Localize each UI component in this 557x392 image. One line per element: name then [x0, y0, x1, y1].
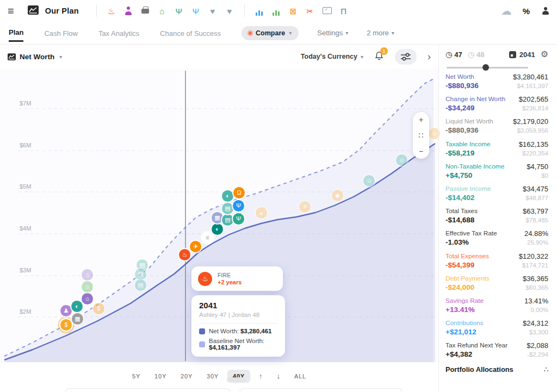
milestone-layers[interactable]: ≡ — [202, 232, 213, 244]
fire-milestone-tooltip: ♨ FIRE +2 years — [191, 266, 283, 291]
milestone-travel[interactable]: ✈ — [190, 241, 201, 252]
series-swatch — [199, 328, 205, 334]
panel-row-non-taxable-income[interactable]: Non-Taxable Income +$4,750 $4,750 $0 — [445, 163, 548, 185]
below-fold-card — [65, 388, 231, 392]
compare-button[interactable]: Compare ▾ — [242, 26, 299, 40]
metric-value: $24,312 — [523, 319, 548, 327]
zoom-out-button[interactable]: − — [419, 147, 423, 155]
milestone-flower[interactable]: ✳ — [299, 201, 311, 213]
time-range-5y[interactable]: 5Y — [127, 370, 146, 383]
time-range-20y[interactable]: 20Y — [175, 370, 198, 383]
panel-row-change-in-net-worth[interactable]: Change in Net Worth -$34,249 $202,565 $2… — [445, 95, 548, 117]
milestone-cash[interactable]: $ — [60, 319, 72, 331]
panel-row-savings-rate[interactable]: Savings Rate +13.41% 13.41% 0.00% — [445, 297, 548, 319]
milestone-grad[interactable]: ▴ — [256, 207, 267, 219]
time-range-30y[interactable]: 30Y — [201, 370, 224, 383]
menu-icon[interactable]: ≡ — [8, 5, 14, 16]
panel-row-taxable-income[interactable]: Taxable Income -$58,219 $162,135 $220,35… — [445, 140, 548, 163]
slider-thumb[interactable] — [482, 64, 489, 71]
milestone-palm-blue[interactable]: Ψ — [233, 200, 244, 211]
panel-row-total-taxes[interactable]: Total Taxes -$14,688 $63,797 $78,485 — [445, 207, 548, 229]
milestone-palm-green[interactable]: Ψ — [233, 213, 244, 225]
age-clock-icon: ◷ — [468, 50, 474, 59]
milestone-building-3[interactable]: ▤ — [135, 279, 146, 291]
bank-icon[interactable]: Π — [339, 6, 349, 16]
account-avatar-icon[interactable] — [541, 7, 549, 15]
deduction-icon[interactable]: ⊠ — [288, 6, 298, 16]
person-icon[interactable] — [123, 6, 133, 16]
milestone-fire[interactable]: ♨ — [179, 249, 190, 260]
drag-handle[interactable] — [227, 377, 245, 382]
metric-selector[interactable]: Net Worth ▾ — [8, 53, 62, 61]
milestone-building-2[interactable]: ▤ — [135, 269, 146, 280]
cloud-sync-icon[interactable]: ☁✓ — [501, 5, 512, 16]
chevron-right-icon[interactable]: › — [428, 52, 431, 61]
panel-row-total-expenses[interactable]: Total Expenses -$54,399 $120,322 $174,72… — [445, 252, 548, 275]
panel-row-contributions[interactable]: Contributions +$21,012 $24,312 $3,300 — [445, 319, 548, 341]
metric-delta: -$24,000 — [445, 283, 490, 291]
metric-label: Non-Taxable Income — [445, 163, 504, 170]
time-range-10y[interactable]: 10Y — [149, 370, 172, 383]
chart-green-icon[interactable] — [271, 6, 281, 16]
compare-label: Compare — [256, 29, 285, 37]
milestone-box[interactable]: ▦ — [72, 313, 83, 325]
settings-menu[interactable]: Settings ▾ — [317, 29, 348, 37]
compare-target-icon — [249, 32, 252, 35]
scissors-icon[interactable]: ✂ — [305, 6, 315, 16]
zoom-fit-button[interactable]: ∷ — [419, 132, 424, 139]
milestone-briefcase[interactable]: ▦ — [212, 212, 223, 223]
milestone-ledger-1[interactable]: ▤ — [222, 214, 233, 226]
heart-pulse-icon-2[interactable]: ♥ — [225, 6, 234, 16]
tax-rates-icon[interactable]: % — [523, 7, 530, 16]
tab-tax-analytics[interactable]: Tax Analytics — [98, 25, 139, 41]
milestone-home[interactable]: ⌂ — [82, 293, 93, 304]
tab-cash-flow[interactable]: Cash Flow — [44, 25, 77, 41]
milestone-person[interactable]: ♟ — [60, 305, 72, 316]
gear-icon[interactable]: ⚙ — [541, 50, 548, 59]
tab-chance-of-success[interactable]: Chance of Success — [160, 25, 221, 41]
shift-later-button[interactable]: ↓ — [271, 369, 286, 383]
palm-blue-icon[interactable]: Ψ — [191, 6, 201, 16]
milestone-contrast-2[interactable]: ◐ — [212, 223, 223, 235]
panel-row-net-worth[interactable]: Net Worth -$880,936 $3,280,461 $4,161,39… — [445, 73, 548, 95]
metric-label: Change in Net Worth — [445, 95, 505, 103]
more-tabs-menu[interactable]: 2 more ▾ — [367, 29, 394, 37]
metric-baseline-value: $0 — [541, 172, 548, 179]
milestone-home-green[interactable]: ⌂ — [82, 281, 93, 293]
panel-row-passive-income[interactable]: Passive Income -$14,402 $34,475 $48,877 — [445, 185, 548, 207]
net-worth-chart[interactable]: $7M$6M$5M$4M$3M$2M $▦♟◐⌂⌂⌂$▤▤▤♨✈≡◐▦▤Ψ▤Ψ◐… — [0, 69, 438, 362]
home-search-icon[interactable]: ⌂ — [157, 6, 167, 16]
time-range-all[interactable]: ALL — [289, 370, 312, 383]
notifications-button[interactable]: 1 — [374, 51, 384, 63]
panel-row-debt-payments[interactable]: Debt Payments -$24,000 $36,365 $60,365 — [445, 275, 548, 297]
flame-icon[interactable]: ♨ — [107, 6, 116, 16]
time-range-controls: 5Y10Y20Y30Y40Y ↑ ↓ ALL — [0, 369, 438, 383]
tab-plan[interactable]: Plan — [9, 24, 23, 42]
milestone-lock[interactable]: Ω — [233, 187, 245, 198]
palm-teal-icon[interactable]: Ψ — [174, 6, 184, 16]
briefcase-icon[interactable] — [140, 6, 150, 16]
panel-row-effective-tax-rate[interactable]: Effective Tax Rate -1.03% 24.88% 25.90% — [445, 229, 548, 252]
sliders-icon — [400, 53, 411, 61]
chart-options-button[interactable] — [395, 49, 417, 65]
check-icon: ✓ — [504, 8, 508, 13]
metric-delta: +13.41% — [445, 306, 484, 314]
shift-earlier-button[interactable]: ↑ — [253, 369, 268, 383]
portfolio-allocations-row[interactable]: Portfolio Allocations ∴ — [445, 365, 548, 374]
chart-blue-icon[interactable] — [255, 6, 264, 16]
milestone-smile-1[interactable]: ☺ — [363, 175, 375, 186]
milestone-contrast[interactable]: ◐ — [71, 301, 83, 312]
heart-pulse-icon[interactable]: ♥ — [208, 6, 218, 16]
monitor-icon[interactable] — [322, 6, 332, 16]
milestone-ledger-2[interactable]: ▤ — [222, 203, 233, 214]
panel-row-tax-refund-next-year[interactable]: Tax Refund Next Year +$4,382 $2,088 -$2,… — [445, 341, 548, 364]
milestone-half[interactable]: ◐ — [222, 190, 233, 202]
milestone-coins[interactable]: $ — [93, 303, 104, 314]
year-slider[interactable] — [447, 64, 528, 71]
milestone-home-purple[interactable]: ⌂ — [82, 269, 93, 281]
milestone-diamond[interactable]: ◆ — [332, 190, 343, 201]
panel-row-liquid-net-worth[interactable]: Liquid Net Worth -$880,936 $2,179,020 $3… — [445, 117, 548, 140]
zoom-in-button[interactable]: + — [419, 116, 423, 123]
currency-selector[interactable]: Today's Currency ▾ — [301, 53, 363, 60]
milestone-smile-2[interactable]: ☺ — [396, 154, 407, 166]
